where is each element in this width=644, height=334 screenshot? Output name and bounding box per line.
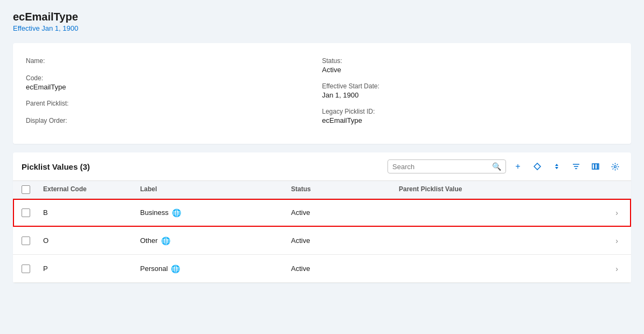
- svg-marker-1: [555, 164, 558, 166]
- settings-button[interactable]: [607, 159, 622, 174]
- picklist-header: Picklist Values (3) 🔍 +: [13, 152, 631, 181]
- display-order-label: Display Order:: [26, 117, 322, 124]
- picklist-toolbar: 🔍 +: [387, 159, 622, 174]
- row-label: Business 🌐: [136, 208, 287, 217]
- table-body: B Business 🌐 Active › O Other 🌐 Active ›…: [13, 199, 631, 283]
- table-row[interactable]: P Personal 🌐 Active ›: [13, 255, 631, 283]
- filter-icon: [572, 163, 580, 170]
- svg-rect-8: [598, 164, 599, 169]
- table-row[interactable]: O Other 🌐 Active ›: [13, 227, 631, 255]
- right-fields: Status: Active Effective Start Date: Jan…: [322, 54, 619, 131]
- svg-rect-7: [595, 164, 597, 169]
- effective-date: Effective Jan 1, 1900: [13, 24, 631, 32]
- table-row[interactable]: B Business 🌐 Active ›: [13, 199, 631, 227]
- row-chevron[interactable]: ›: [606, 265, 622, 273]
- search-box[interactable]: 🔍: [387, 159, 506, 173]
- row-external-code: B: [39, 208, 136, 217]
- legacy-picklist-id-field: Legacy Picklist ID: ecEmailType: [322, 105, 619, 130]
- row-checkbox-cell: [17, 208, 39, 217]
- header-status: Status: [287, 185, 394, 194]
- diamond-button[interactable]: [530, 159, 545, 174]
- row-status: Active: [287, 236, 394, 245]
- select-all-checkbox[interactable]: [22, 185, 30, 194]
- row-checkbox[interactable]: [22, 208, 30, 217]
- page-container: ecEmailType Effective Jan 1, 1900 Name: …: [0, 0, 644, 334]
- effective-start-date-label: Effective Start Date:: [322, 82, 619, 90]
- code-value: ecEmailType: [26, 83, 322, 91]
- effective-start-date-field: Effective Start Date: Jan 1, 1900: [322, 79, 619, 105]
- columns-icon: [592, 163, 599, 170]
- diamond-icon: [534, 163, 541, 170]
- globe-icon: 🌐: [161, 236, 170, 245]
- row-checkbox[interactable]: [22, 265, 30, 273]
- header-label: Label: [136, 185, 287, 194]
- search-icon: 🔍: [492, 162, 501, 171]
- filter-button[interactable]: [569, 159, 584, 174]
- svg-rect-6: [592, 164, 594, 169]
- parent-picklist-label: Parent Picklist:: [26, 100, 322, 107]
- globe-icon: 🌐: [172, 208, 181, 217]
- left-fields: Name: Code: ecEmailType Parent Picklist:…: [26, 54, 322, 131]
- svg-marker-0: [534, 163, 541, 170]
- code-label: Code:: [26, 74, 322, 82]
- header-actions: [606, 185, 622, 194]
- label-text: Personal: [140, 265, 168, 273]
- effective-start-date-value: Jan 1, 1900: [322, 91, 619, 99]
- header-external-code: External Code: [39, 185, 136, 194]
- row-status: Active: [287, 208, 394, 217]
- search-input[interactable]: [392, 163, 492, 171]
- status-field: Status: Active: [322, 54, 619, 79]
- legacy-picklist-id-label: Legacy Picklist ID:: [322, 108, 619, 115]
- sort-button[interactable]: [549, 159, 564, 174]
- header-checkbox-col: [17, 185, 39, 194]
- table-header: External Code Label Status Parent Pickli…: [13, 181, 631, 199]
- globe-icon: 🌐: [171, 265, 180, 273]
- row-external-code: P: [39, 265, 136, 273]
- status-label: Status:: [322, 57, 619, 65]
- parent-picklist-field: Parent Picklist:: [26, 96, 322, 114]
- row-checkbox[interactable]: [22, 236, 30, 245]
- label-text: Business: [140, 208, 169, 217]
- row-external-code: O: [39, 236, 136, 245]
- display-order-field: Display Order:: [26, 114, 322, 131]
- row-chevron[interactable]: ›: [606, 236, 622, 245]
- picklist-section: Picklist Values (3) 🔍 +: [13, 152, 631, 283]
- row-chevron[interactable]: ›: [606, 208, 622, 217]
- sort-icon: [553, 163, 560, 170]
- status-value: Active: [322, 66, 619, 74]
- row-status: Active: [287, 265, 394, 273]
- header-parent-picklist-value: Parent Picklist Value: [394, 185, 606, 194]
- picklist-title: Picklist Values (3): [22, 162, 90, 171]
- code-field: Code: ecEmailType: [26, 71, 322, 96]
- row-label: Personal 🌐: [136, 265, 287, 273]
- columns-button[interactable]: [588, 159, 603, 174]
- name-label: Name:: [26, 57, 322, 65]
- legacy-picklist-id-value: ecEmailType: [322, 116, 619, 124]
- add-button[interactable]: +: [510, 159, 525, 174]
- name-field: Name:: [26, 54, 322, 71]
- page-title: ecEmailType: [13, 11, 631, 23]
- row-checkbox-cell: [17, 236, 39, 245]
- svg-point-9: [614, 165, 616, 168]
- settings-icon: [611, 163, 619, 171]
- details-grid: Name: Code: ecEmailType Parent Picklist:…: [26, 54, 618, 131]
- label-text: Other: [140, 236, 158, 245]
- svg-marker-2: [555, 167, 558, 169]
- row-checkbox-cell: [17, 265, 39, 273]
- row-label: Other 🌐: [136, 236, 287, 245]
- details-section: Name: Code: ecEmailType Parent Picklist:…: [13, 43, 631, 144]
